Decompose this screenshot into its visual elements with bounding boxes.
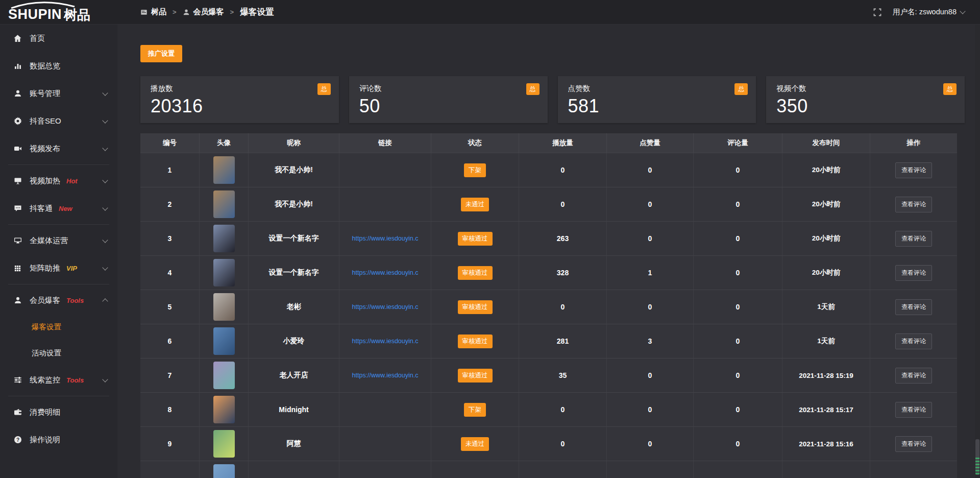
fullscreen-icon[interactable] (873, 8, 881, 16)
sidebar-item-tag: Tools (66, 297, 84, 304)
cell-avatar (200, 358, 249, 392)
cell-plays: 0 (519, 290, 607, 324)
cell-link[interactable]: https://www.iesdouyin.c (339, 358, 431, 392)
view-comments-button[interactable]: 查看评论 (895, 162, 932, 178)
sidebar-item[interactable]: 线索监控Tools (0, 366, 117, 394)
sliders-icon (13, 376, 22, 384)
main-content: 推广设置 播放数20316总评论数50总点赞数581总视频个数350总 编号头像… (117, 25, 980, 478)
sidebar-item[interactable]: 抖音SEO (0, 107, 117, 135)
table-body: 1我不是小帅!下架00020小时前查看评论2我不是小帅!未通过00020小时前查… (140, 153, 957, 478)
cell-likes: 3 (607, 324, 694, 358)
cell-likes: 0 (607, 187, 694, 221)
topbar: SHUPIN 树品 树品>会员爆客>爆客设置 用户名: zswodun88 (0, 0, 980, 25)
breadcrumb-item[interactable]: 爆客设置 (240, 7, 274, 18)
sidebar-divider (8, 396, 109, 396)
cell-plays: 0 (519, 427, 607, 461)
view-comments-button[interactable]: 查看评论 (895, 265, 932, 281)
sidebar-item[interactable]: 抖客通New (0, 195, 117, 222)
sidebar-subitem[interactable]: 爆客设置 (0, 314, 117, 340)
view-comments-button[interactable]: 查看评论 (895, 299, 932, 315)
cell-action: 查看评论 (870, 187, 957, 221)
cell-likes: 0 (607, 393, 694, 426)
sidebar-item-label: 会员爆客 (30, 296, 60, 305)
sidebar-item[interactable]: 矩阵助推VIP (0, 254, 117, 282)
logo[interactable]: SHUPIN 树品 (0, 0, 117, 25)
cell-link[interactable]: https://www.iesdouyin.c (339, 290, 431, 324)
sidebar-item[interactable]: 全媒体运营 (0, 227, 117, 254)
cell-comments: 0 (694, 427, 782, 461)
column-header: 点赞量 (607, 133, 694, 153)
view-comments-button[interactable]: 查看评论 (895, 231, 932, 247)
status-badge: 审核通过 (458, 334, 493, 348)
cell-likes: 0 (607, 153, 694, 187)
sidebar-item-label: 视频加热 (30, 176, 60, 186)
stat-total-badge: 总 (734, 83, 748, 95)
sidebar-item[interactable]: 首页 (0, 25, 117, 52)
cell-plays: 0 (519, 393, 607, 426)
sidebar-item[interactable]: 账号管理 (0, 80, 117, 107)
cell-avatar (200, 393, 249, 426)
view-comments-button[interactable]: 查看评论 (895, 333, 932, 349)
column-header: 链接 (339, 133, 431, 153)
sidebar-item[interactable]: 视频加热Hot (0, 167, 117, 195)
cell-nickname: 阿慧 (249, 427, 339, 461)
stat-value: 350 (776, 95, 954, 117)
promo-settings-button[interactable]: 推广设置 (140, 45, 182, 62)
chat-icon (13, 204, 22, 212)
view-comments-button[interactable]: 查看评论 (895, 368, 932, 384)
cell-likes: 0 (607, 427, 694, 461)
cell-link[interactable]: https://www.iesdouyin.c (339, 256, 431, 290)
breadcrumb-item[interactable]: 会员爆客 (183, 7, 224, 17)
column-header: 编号 (140, 133, 200, 153)
cell-comments: 0 (694, 256, 782, 290)
scrollbar[interactable] (975, 25, 980, 478)
avatar (213, 327, 235, 355)
home-icon (13, 34, 22, 43)
sidebar-item[interactable]: 视频发布 (0, 135, 117, 162)
sidebar-item-label: 首页 (30, 34, 45, 43)
sidebar-item-tag: Tools (66, 376, 84, 384)
sidebar-item[interactable]: 数据总览 (0, 52, 117, 80)
cell-comments: 0 (694, 290, 782, 324)
cell-plays: 0 (519, 153, 607, 187)
sidebar-subitem[interactable]: 活动设置 (0, 340, 117, 366)
cell-id: 4 (140, 256, 200, 290)
username[interactable]: 用户名: zswodun88 (893, 7, 965, 17)
sidebar-item-tag: New (59, 205, 72, 212)
sidebar-item-label: 视频发布 (30, 144, 60, 154)
breadcrumb-label: 树品 (151, 7, 166, 17)
sidebar-item[interactable]: 会员爆客Tools (0, 286, 117, 314)
column-header: 播放量 (519, 133, 607, 153)
cell-plays: 0 (519, 187, 607, 221)
cell-avatar (200, 324, 249, 358)
cell-status: 审核通过 (431, 256, 519, 290)
sidebar-item[interactable]: ?操作说明 (0, 426, 117, 453)
sidebar-item-tag: VIP (66, 265, 77, 272)
breadcrumb-item[interactable]: 树品 (140, 7, 166, 17)
chart-icon (13, 62, 22, 70)
grid-icon (13, 265, 22, 272)
stat-card: 视频个数350总 (766, 76, 965, 123)
cell-action: 查看评论 (870, 222, 957, 255)
cell-link[interactable]: https://www.iesdouyin.c (339, 324, 431, 358)
view-comments-button[interactable]: 查看评论 (895, 197, 932, 212)
cell-id: 1 (140, 153, 200, 187)
cell-nickname: 老人开店 (249, 358, 339, 392)
logo-arc (9, 2, 86, 9)
avatar (213, 362, 235, 389)
cell-publish-time: 2021-11-28 15:16 (782, 427, 870, 461)
svg-text:?: ? (16, 437, 19, 443)
sidebar-item-label: 数据总览 (30, 61, 60, 71)
sidebar-item-label: 全媒体运营 (30, 236, 68, 246)
status-badge: 审核通过 (458, 232, 493, 246)
cell-link[interactable]: https://www.iesdouyin.c (339, 222, 431, 255)
cell-nickname: 老彬 (249, 290, 339, 324)
table-row: 4设置一个新名字https://www.iesdouyin.c审核通过32810… (140, 255, 957, 290)
cell-publish-time: 2021-11-28 15:19 (782, 358, 870, 392)
scrollbar-thumb[interactable] (975, 439, 979, 475)
sidebar-item[interactable]: 消费明细 (0, 398, 117, 426)
view-comments-button[interactable]: 查看评论 (895, 402, 932, 418)
view-comments-button[interactable]: 查看评论 (895, 436, 932, 452)
cell-avatar (200, 461, 249, 478)
chevron-down-icon (102, 145, 108, 151)
